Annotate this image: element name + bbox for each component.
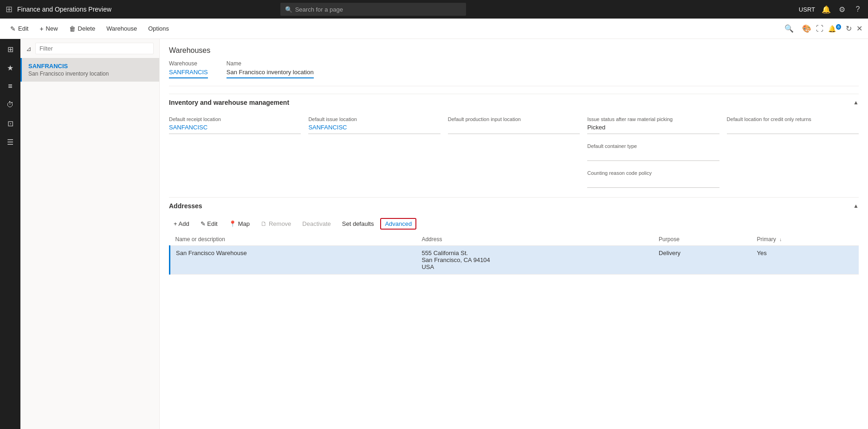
inv-field-label-3: Issue status after raw material picking bbox=[587, 116, 719, 122]
inv-field-label-1: Default issue location bbox=[308, 116, 440, 122]
col-address: Address bbox=[416, 233, 653, 246]
inv-section-chevron: ▲ bbox=[853, 99, 859, 106]
edit-button[interactable]: ✎ Edit bbox=[6, 22, 33, 35]
filter-input[interactable] bbox=[35, 43, 154, 54]
sidebar-item-workspaces[interactable]: ⊡ bbox=[2, 115, 19, 132]
inv-field-value-0[interactable]: SANFANCISC bbox=[169, 124, 301, 134]
options-button[interactable]: Options bbox=[143, 22, 174, 35]
col-primary: Primary ↓ bbox=[751, 233, 859, 246]
filter-icon: ⊿ bbox=[26, 45, 32, 52]
remove-icon: 🗋 bbox=[261, 220, 267, 227]
refresh-icon[interactable]: ↻ bbox=[846, 24, 852, 33]
main-layout: ⌂ ⊞ ★ ≡ ⏱ ⊡ ☰ ⊿ SANFRANCIS San Francisco… bbox=[0, 39, 868, 429]
warehouse-header-row: Warehouse SANFRANCIS Name San Francisco … bbox=[169, 60, 859, 78]
addresses-section-title: Addresses bbox=[169, 202, 202, 210]
inv-field-6: Counting reason code policy bbox=[587, 170, 719, 188]
addresses-toolbar: + Add ✎ Edit 📍 Map 🗋 Remove Deactivate bbox=[169, 214, 859, 233]
top-bar-right: USRT 🔔 ⚙ ? bbox=[799, 5, 862, 14]
grid-menu-icon[interactable]: ⊞ bbox=[6, 4, 13, 14]
warehouse-value[interactable]: SANFRANCIS bbox=[169, 69, 208, 78]
inv-field-value-6 bbox=[587, 178, 719, 188]
list-item-subtitle: San Francisco inventory location bbox=[28, 70, 153, 77]
list-item[interactable]: SANFRANCIS San Francisco inventory locat… bbox=[20, 58, 159, 82]
divider-1 bbox=[169, 86, 859, 86]
name-field-label: Name bbox=[227, 60, 314, 67]
warehouse-field-label: Warehouse bbox=[169, 60, 208, 67]
addresses-section-header[interactable]: Addresses ▲ bbox=[169, 197, 859, 214]
inv-field-value-5 bbox=[587, 151, 719, 161]
addresses-table: Name or description Address Purpose Prim… bbox=[169, 233, 859, 275]
inv-field-4: Default location for credit only returns bbox=[727, 116, 859, 134]
page-title: Warehouses bbox=[169, 46, 859, 55]
row-name: San Francisco Warehouse bbox=[170, 246, 416, 275]
inv-section-title: Inventory and warehouse management bbox=[169, 99, 289, 106]
delete-icon: 🗑 bbox=[69, 25, 76, 32]
notification-badge-icon[interactable]: 🔔8 bbox=[828, 25, 841, 32]
search-button[interactable]: 🔍 bbox=[782, 21, 797, 36]
deactivate-button: Deactivate bbox=[298, 218, 335, 230]
add-icon: + bbox=[39, 25, 43, 32]
edit-icon: ✎ bbox=[10, 25, 16, 32]
sidebar-item-filter[interactable]: ⊞ bbox=[2, 41, 19, 58]
map-address-button[interactable]: 📍 Map bbox=[224, 218, 254, 230]
name-value: San Francisco inventory location bbox=[227, 69, 314, 78]
inv-field-label-4: Default location for credit only returns bbox=[727, 116, 859, 122]
inv-field-2: Default production input location bbox=[448, 116, 580, 134]
inv-field-5: Default container type bbox=[587, 143, 719, 161]
inv-field-value-3: Picked bbox=[587, 124, 719, 134]
user-label: USRT bbox=[799, 6, 815, 13]
inv-section-header[interactable]: Inventory and warehouse management ▲ bbox=[169, 94, 859, 111]
list-panel: ⊿ SANFRANCIS San Francisco inventory loc… bbox=[20, 39, 160, 429]
inv-field-label-5: Default container type bbox=[587, 143, 719, 149]
sort-icon[interactable]: ↓ bbox=[779, 237, 782, 242]
app-title: Finance and Operations Preview bbox=[17, 6, 111, 13]
new-button[interactable]: + New bbox=[35, 22, 62, 35]
list-panel-header: ⊿ bbox=[20, 39, 159, 58]
inv-field-label-2: Default production input location bbox=[448, 116, 580, 122]
search-icon: 🔍 bbox=[285, 6, 292, 13]
sidebar-item-recent[interactable]: ⏱ bbox=[2, 96, 19, 113]
addresses-section-chevron: ▲ bbox=[853, 203, 859, 209]
remove-address-button: 🗋 Remove bbox=[256, 218, 296, 230]
advanced-button[interactable]: Advanced bbox=[380, 218, 416, 230]
inv-field-label-6: Counting reason code policy bbox=[587, 170, 719, 176]
table-header-row: Name or description Address Purpose Prim… bbox=[170, 233, 859, 246]
settings-icon[interactable]: ⚙ bbox=[837, 5, 847, 14]
help-icon[interactable]: ? bbox=[853, 5, 862, 14]
row-address: 555 California St. San Francisco, CA 941… bbox=[416, 246, 653, 275]
inv-field-value-1[interactable]: SANFANCISC bbox=[308, 124, 440, 134]
command-bar: ✎ Edit + New 🗑 Delete Warehouse Options … bbox=[0, 19, 868, 39]
inv-field-value-2 bbox=[448, 124, 580, 134]
fullscreen-icon[interactable]: ⛶ bbox=[816, 25, 823, 33]
global-search[interactable]: 🔍 Search for a page bbox=[280, 3, 466, 16]
warehouse-field-group: Warehouse SANFRANCIS bbox=[169, 60, 208, 78]
col-name: Name or description bbox=[170, 233, 416, 246]
inv-field-label-0: Default receipt location bbox=[169, 116, 301, 122]
edit-address-button[interactable]: ✎ Edit bbox=[196, 218, 222, 230]
close-icon[interactable]: ✕ bbox=[856, 24, 862, 33]
set-defaults-button[interactable]: Set defaults bbox=[337, 218, 379, 230]
inv-field-1: Default issue location SANFANCISC bbox=[308, 116, 440, 134]
sidebar-icons: ⌂ ⊞ ★ ≡ ⏱ ⊡ ☰ bbox=[0, 19, 20, 429]
sidebar-item-list[interactable]: ☰ bbox=[2, 134, 19, 150]
top-bar: ⊞ Finance and Operations Preview 🔍 Searc… bbox=[0, 0, 868, 19]
delete-button[interactable]: 🗑 Delete bbox=[65, 22, 100, 35]
inv-field-0: Default receipt location SANFANCISC bbox=[169, 116, 301, 134]
sidebar-item-favorites[interactable]: ★ bbox=[2, 59, 19, 76]
list-item-title: SANFRANCIS bbox=[28, 63, 153, 70]
sidebar-item-menu[interactable]: ≡ bbox=[2, 78, 19, 95]
inv-fields-grid: Default receipt location SANFANCISC Defa… bbox=[169, 111, 859, 193]
map-icon: 📍 bbox=[229, 220, 236, 227]
addresses-section: Addresses ▲ + Add ✎ Edit 📍 Map 🗋 Remove bbox=[169, 197, 859, 275]
content-area: Warehouses Warehouse SANFRANCIS Name San… bbox=[160, 39, 868, 429]
table-row[interactable]: San Francisco Warehouse 555 California S… bbox=[170, 246, 859, 275]
palette-icon[interactable]: 🎨 bbox=[802, 24, 811, 33]
add-address-button[interactable]: + Add bbox=[169, 218, 194, 230]
row-purpose: Delivery bbox=[653, 246, 751, 275]
inv-field-3: Issue status after raw material picking … bbox=[587, 116, 719, 134]
warehouse-button[interactable]: Warehouse bbox=[102, 22, 142, 35]
inv-field-value-4 bbox=[727, 124, 859, 134]
col-purpose: Purpose bbox=[653, 233, 751, 246]
bell-icon[interactable]: 🔔 bbox=[822, 5, 831, 14]
name-field-group: Name San Francisco inventory location bbox=[227, 60, 314, 78]
